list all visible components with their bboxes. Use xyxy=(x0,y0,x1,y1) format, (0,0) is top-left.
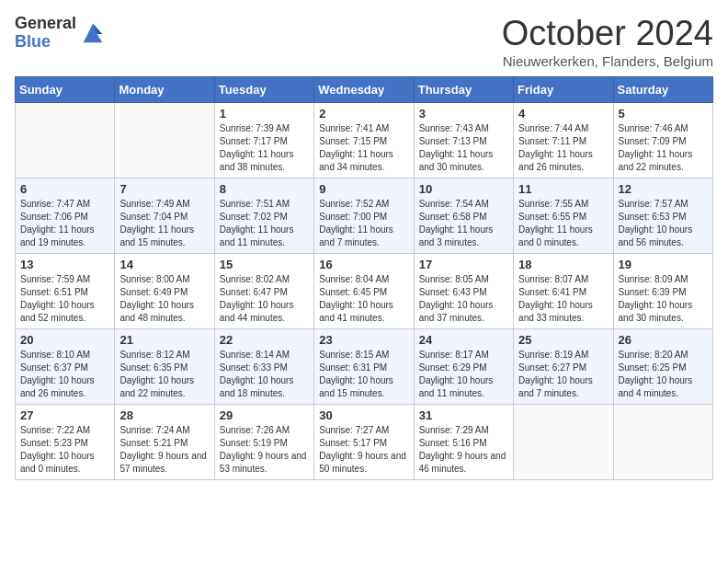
day-info: Sunrise: 8:09 AM Sunset: 6:39 PM Dayligh… xyxy=(619,273,708,325)
calendar-cell: 15Sunrise: 8:02 AM Sunset: 6:47 PM Dayli… xyxy=(214,253,313,328)
day-info: Sunrise: 8:10 AM Sunset: 6:37 PM Dayligh… xyxy=(20,349,109,400)
logo-icon xyxy=(80,20,106,46)
calendar-cell: 28Sunrise: 7:24 AM Sunset: 5:21 PM Dayli… xyxy=(115,404,214,479)
day-info: Sunrise: 7:54 AM Sunset: 6:58 PM Dayligh… xyxy=(419,198,508,249)
day-info: Sunrise: 7:51 AM Sunset: 7:02 PM Dayligh… xyxy=(220,198,309,249)
weekday-header-wednesday: Wednesday xyxy=(314,76,414,102)
calendar-week-row: 1Sunrise: 7:39 AM Sunset: 7:17 PM Daylig… xyxy=(16,102,713,178)
day-info: Sunrise: 7:39 AM Sunset: 7:17 PM Dayligh… xyxy=(220,122,309,174)
day-info: Sunrise: 8:12 AM Sunset: 6:35 PM Dayligh… xyxy=(119,349,209,400)
day-number: 22 xyxy=(220,333,309,347)
weekday-header-tuesday: Tuesday xyxy=(214,76,313,102)
day-info: Sunrise: 7:59 AM Sunset: 6:51 PM Dayligh… xyxy=(20,273,109,325)
calendar-cell: 20Sunrise: 8:10 AM Sunset: 6:37 PM Dayli… xyxy=(16,328,115,404)
day-info: Sunrise: 7:24 AM Sunset: 5:21 PM Dayligh… xyxy=(119,424,209,476)
day-number: 17 xyxy=(419,258,508,271)
day-info: Sunrise: 7:41 AM Sunset: 7:15 PM Dayligh… xyxy=(319,122,408,174)
calendar-week-row: 6Sunrise: 7:47 AM Sunset: 7:06 PM Daylig… xyxy=(16,178,713,253)
day-info: Sunrise: 8:19 AM Sunset: 6:27 PM Dayligh… xyxy=(518,349,608,400)
day-info: Sunrise: 7:44 AM Sunset: 7:11 PM Dayligh… xyxy=(518,122,608,174)
day-info: Sunrise: 8:15 AM Sunset: 6:31 PM Dayligh… xyxy=(319,349,408,400)
day-number: 2 xyxy=(319,107,408,121)
calendar-cell: 17Sunrise: 8:05 AM Sunset: 6:43 PM Dayli… xyxy=(414,253,513,328)
day-info: Sunrise: 7:57 AM Sunset: 6:53 PM Dayligh… xyxy=(619,198,708,249)
day-number: 19 xyxy=(619,258,708,271)
day-number: 11 xyxy=(518,182,608,196)
weekday-header-row: SundayMondayTuesdayWednesdayThursdayFrid… xyxy=(16,76,713,102)
day-number: 16 xyxy=(319,258,408,271)
location-text: Nieuwerkerken, Flanders, Belgium xyxy=(502,53,713,69)
day-info: Sunrise: 7:49 AM Sunset: 7:04 PM Dayligh… xyxy=(119,198,209,249)
day-number: 15 xyxy=(220,258,309,271)
day-info: Sunrise: 7:46 AM Sunset: 7:09 PM Dayligh… xyxy=(619,122,708,174)
day-info: Sunrise: 8:05 AM Sunset: 6:43 PM Dayligh… xyxy=(419,273,508,325)
day-number: 4 xyxy=(518,107,608,121)
calendar-cell: 9Sunrise: 7:52 AM Sunset: 7:00 PM Daylig… xyxy=(314,178,414,253)
calendar-cell: 18Sunrise: 8:07 AM Sunset: 6:41 PM Dayli… xyxy=(514,253,613,328)
calendar-cell: 22Sunrise: 8:14 AM Sunset: 6:33 PM Dayli… xyxy=(214,328,313,404)
logo-general-text: General xyxy=(15,14,76,32)
calendar-cell: 21Sunrise: 8:12 AM Sunset: 6:35 PM Dayli… xyxy=(115,328,214,404)
page-header: General Blue October 2024 Nieuwerkerken,… xyxy=(15,15,713,69)
calendar-cell: 7Sunrise: 7:49 AM Sunset: 7:04 PM Daylig… xyxy=(115,178,214,253)
day-number: 18 xyxy=(518,258,608,271)
day-number: 8 xyxy=(220,182,309,196)
day-number: 23 xyxy=(319,333,408,347)
day-number: 26 xyxy=(619,333,708,347)
day-number: 25 xyxy=(518,333,608,347)
calendar-cell: 27Sunrise: 7:22 AM Sunset: 5:23 PM Dayli… xyxy=(16,404,115,479)
day-number: 13 xyxy=(20,258,109,271)
calendar-cell: 12Sunrise: 7:57 AM Sunset: 6:53 PM Dayli… xyxy=(613,178,712,253)
day-info: Sunrise: 8:20 AM Sunset: 6:25 PM Dayligh… xyxy=(619,349,708,400)
day-number: 9 xyxy=(319,182,408,196)
calendar-cell: 30Sunrise: 7:27 AM Sunset: 5:17 PM Dayli… xyxy=(314,404,414,479)
day-number: 7 xyxy=(119,182,209,196)
calendar-cell: 14Sunrise: 8:00 AM Sunset: 6:49 PM Dayli… xyxy=(115,253,214,328)
month-title: October 2024 xyxy=(502,15,713,53)
day-info: Sunrise: 8:00 AM Sunset: 6:49 PM Dayligh… xyxy=(119,273,209,325)
calendar-cell: 6Sunrise: 7:47 AM Sunset: 7:06 PM Daylig… xyxy=(16,178,115,253)
day-number: 6 xyxy=(20,182,109,196)
weekday-header-sunday: Sunday xyxy=(16,76,115,102)
weekday-header-monday: Monday xyxy=(115,76,214,102)
day-info: Sunrise: 8:17 AM Sunset: 6:29 PM Dayligh… xyxy=(419,349,508,400)
logo: General Blue xyxy=(15,15,106,52)
calendar-cell: 16Sunrise: 8:04 AM Sunset: 6:45 PM Dayli… xyxy=(314,253,414,328)
day-info: Sunrise: 7:47 AM Sunset: 7:06 PM Dayligh… xyxy=(20,198,109,249)
day-info: Sunrise: 7:43 AM Sunset: 7:13 PM Dayligh… xyxy=(419,122,508,174)
day-info: Sunrise: 7:29 AM Sunset: 5:16 PM Dayligh… xyxy=(419,424,508,476)
calendar-cell: 13Sunrise: 7:59 AM Sunset: 6:51 PM Dayli… xyxy=(16,253,115,328)
weekday-header-friday: Friday xyxy=(514,76,613,102)
calendar-week-row: 27Sunrise: 7:22 AM Sunset: 5:23 PM Dayli… xyxy=(16,404,713,479)
day-number: 27 xyxy=(20,408,109,422)
day-info: Sunrise: 7:26 AM Sunset: 5:19 PM Dayligh… xyxy=(220,424,309,476)
calendar-cell xyxy=(613,404,712,479)
calendar-table: SundayMondayTuesdayWednesdayThursdayFrid… xyxy=(15,76,713,480)
calendar-cell xyxy=(115,102,214,178)
calendar-cell: 5Sunrise: 7:46 AM Sunset: 7:09 PM Daylig… xyxy=(613,102,712,178)
day-info: Sunrise: 7:22 AM Sunset: 5:23 PM Dayligh… xyxy=(20,424,109,476)
calendar-cell: 10Sunrise: 7:54 AM Sunset: 6:58 PM Dayli… xyxy=(414,178,513,253)
day-number: 12 xyxy=(619,182,708,196)
calendar-cell: 23Sunrise: 8:15 AM Sunset: 6:31 PM Dayli… xyxy=(314,328,414,404)
day-number: 14 xyxy=(119,258,209,271)
day-number: 24 xyxy=(419,333,508,347)
calendar-cell xyxy=(514,404,613,479)
day-number: 5 xyxy=(619,107,708,121)
day-number: 3 xyxy=(419,107,508,121)
calendar-cell: 19Sunrise: 8:09 AM Sunset: 6:39 PM Dayli… xyxy=(613,253,712,328)
calendar-cell: 1Sunrise: 7:39 AM Sunset: 7:17 PM Daylig… xyxy=(214,102,313,178)
calendar-cell: 11Sunrise: 7:55 AM Sunset: 6:55 PM Dayli… xyxy=(514,178,613,253)
day-info: Sunrise: 8:07 AM Sunset: 6:41 PM Dayligh… xyxy=(518,273,608,325)
calendar-week-row: 20Sunrise: 8:10 AM Sunset: 6:37 PM Dayli… xyxy=(16,328,713,404)
day-number: 1 xyxy=(220,107,309,121)
day-number: 10 xyxy=(419,182,508,196)
day-number: 31 xyxy=(419,408,508,422)
calendar-cell xyxy=(16,102,115,178)
calendar-cell: 3Sunrise: 7:43 AM Sunset: 7:13 PM Daylig… xyxy=(414,102,513,178)
calendar-cell: 29Sunrise: 7:26 AM Sunset: 5:19 PM Dayli… xyxy=(214,404,313,479)
calendar-cell: 8Sunrise: 7:51 AM Sunset: 7:02 PM Daylig… xyxy=(214,178,313,253)
day-number: 30 xyxy=(319,408,408,422)
day-info: Sunrise: 7:55 AM Sunset: 6:55 PM Dayligh… xyxy=(518,198,608,249)
calendar-cell: 26Sunrise: 8:20 AM Sunset: 6:25 PM Dayli… xyxy=(613,328,712,404)
